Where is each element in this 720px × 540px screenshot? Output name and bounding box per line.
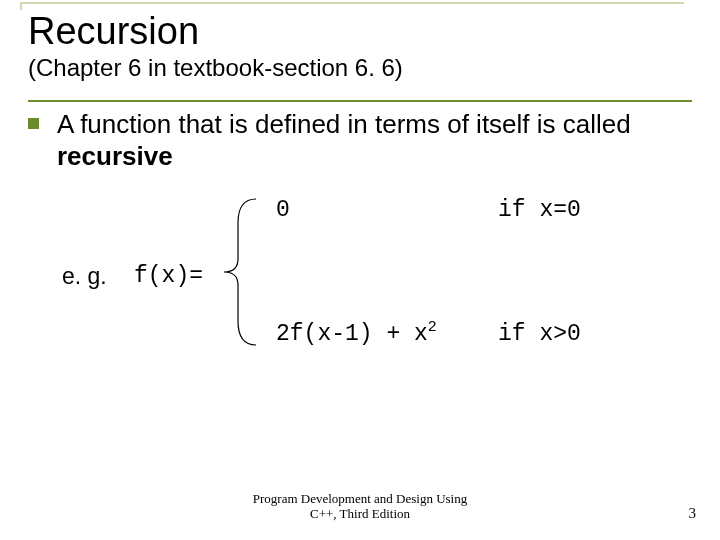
example-label: e. g. [62, 263, 107, 290]
title-block: Recursion (Chapter 6 in textbook-section… [28, 12, 692, 102]
slide-body: A function that is defined in terms of i… [28, 108, 692, 371]
footer: Program Development and Design Using C++… [0, 491, 720, 522]
case-positive-exp: 2 [428, 319, 437, 335]
slide-subtitle: (Chapter 6 in textbook-section 6. 6) [28, 54, 692, 82]
bullet-text: A function that is defined in terms of i… [57, 108, 692, 173]
formula-area: e. g. f(x)= 0 if x=0 2f(x-1) + x2 if x>0 [28, 191, 692, 371]
case-zero-condition: if x=0 [498, 197, 581, 223]
bullet-pre: A function that is defined in terms of i… [57, 109, 631, 139]
page-number: 3 [689, 505, 697, 522]
square-bullet-icon [28, 118, 39, 129]
case-zero-value: 0 [276, 197, 290, 223]
footer-line-1: Program Development and Design Using [0, 491, 720, 507]
case-positive-condition: if x>0 [498, 321, 581, 347]
case-positive-pre: 2f(x-1) + x [276, 321, 428, 347]
footer-line-2: C++, Third Edition [0, 506, 720, 522]
bullet-bold: recursive [57, 141, 173, 171]
function-lhs: f(x)= [134, 263, 203, 289]
slide: Recursion (Chapter 6 in textbook-section… [0, 0, 720, 540]
brace-icon [218, 193, 263, 351]
bullet-row: A function that is defined in terms of i… [28, 108, 692, 173]
slide-title: Recursion [28, 12, 692, 52]
case-positive-value: 2f(x-1) + x2 [276, 321, 437, 347]
